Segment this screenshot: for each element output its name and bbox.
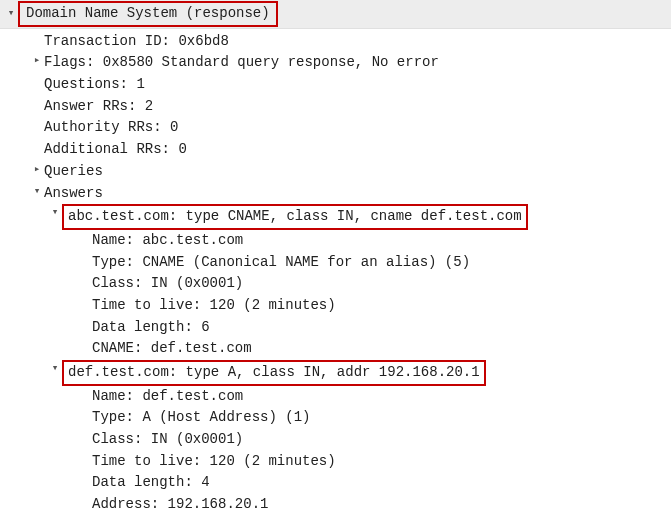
- answer-field-value[interactable]: ▾ Address: 192.168.20.1: [0, 494, 671, 510]
- answer-field-type[interactable]: ▾ Type: A (Host Address) (1): [0, 407, 671, 429]
- chevron-down-icon: ▾: [4, 5, 18, 22]
- spacer: ▾: [30, 117, 44, 134]
- field-queries[interactable]: ▸ Queries: [0, 161, 671, 183]
- field-text: Flags: 0x8580 Standard query response, N…: [44, 52, 439, 74]
- spacer: ▾: [30, 96, 44, 113]
- spacer: ▾: [30, 31, 44, 48]
- field-text: Transaction ID: 0x6bd8: [44, 31, 229, 53]
- spacer: ▾: [78, 230, 92, 247]
- field-authority-rrs[interactable]: ▾ Authority RRs: 0: [0, 117, 671, 139]
- chevron-right-icon[interactable]: ▸: [30, 52, 44, 69]
- field-text: Name: abc.test.com: [92, 230, 243, 252]
- field-text: Class: IN (0x0001): [92, 273, 243, 295]
- field-text: Time to live: 120 (2 minutes): [92, 295, 336, 317]
- chevron-down-icon[interactable]: ▾: [48, 360, 62, 377]
- spacer: ▾: [78, 407, 92, 424]
- answer-summary: abc.test.com: type CNAME, class IN, cnam…: [62, 204, 528, 230]
- field-text: Name: def.test.com: [92, 386, 243, 408]
- answer-field-data-length[interactable]: ▾ Data length: 4: [0, 472, 671, 494]
- spacer: ▾: [30, 139, 44, 156]
- field-additional-rrs[interactable]: ▾ Additional RRs: 0: [0, 139, 671, 161]
- spacer: ▾: [78, 451, 92, 468]
- field-text: Questions: 1: [44, 74, 145, 96]
- field-text: Data length: 4: [92, 472, 210, 494]
- field-text: Answers: [44, 183, 103, 205]
- spacer: ▾: [78, 252, 92, 269]
- dns-root-label: Domain Name System (response): [18, 1, 278, 27]
- field-text: Type: A (Host Address) (1): [92, 407, 310, 429]
- answer-field-data-length[interactable]: ▾ Data length: 6: [0, 317, 671, 339]
- chevron-right-icon[interactable]: ▸: [30, 161, 44, 178]
- answer-field-ttl[interactable]: ▾ Time to live: 120 (2 minutes): [0, 451, 671, 473]
- field-answer-rrs[interactable]: ▾ Answer RRs: 2: [0, 96, 671, 118]
- spacer: ▾: [30, 74, 44, 91]
- spacer: ▾: [78, 472, 92, 489]
- field-transaction-id[interactable]: ▾ Transaction ID: 0x6bd8: [0, 31, 671, 53]
- field-text: Address: 192.168.20.1: [92, 494, 268, 510]
- answer-field-type[interactable]: ▾ Type: CNAME (Canonical NAME for an ali…: [0, 252, 671, 274]
- answer-field-ttl[interactable]: ▾ Time to live: 120 (2 minutes): [0, 295, 671, 317]
- answer-field-name[interactable]: ▾ Name: def.test.com: [0, 386, 671, 408]
- spacer: ▾: [78, 338, 92, 355]
- answer-row[interactable]: ▾ def.test.com: type A, class IN, addr 1…: [0, 360, 671, 386]
- spacer: ▾: [78, 295, 92, 312]
- field-text: Type: CNAME (Canonical NAME for an alias…: [92, 252, 470, 274]
- answer-row[interactable]: ▾ abc.test.com: type CNAME, class IN, cn…: [0, 204, 671, 230]
- field-text: Time to live: 120 (2 minutes): [92, 451, 336, 473]
- answer-summary: def.test.com: type A, class IN, addr 192…: [62, 360, 486, 386]
- field-questions[interactable]: ▾ Questions: 1: [0, 74, 671, 96]
- field-text: Answer RRs: 2: [44, 96, 153, 118]
- field-text: Additional RRs: 0: [44, 139, 187, 161]
- field-text: Queries: [44, 161, 103, 183]
- field-text: Class: IN (0x0001): [92, 429, 243, 451]
- dns-tree: ▾ Transaction ID: 0x6bd8 ▸ Flags: 0x8580…: [0, 29, 671, 510]
- answer-field-name[interactable]: ▾ Name: abc.test.com: [0, 230, 671, 252]
- spacer: ▾: [78, 494, 92, 510]
- field-flags[interactable]: ▸ Flags: 0x8580 Standard query response,…: [0, 52, 671, 74]
- dns-root-row[interactable]: ▾ Domain Name System (response): [0, 0, 671, 29]
- field-answers[interactable]: ▾ Answers: [0, 183, 671, 205]
- spacer: ▾: [78, 429, 92, 446]
- answer-field-value[interactable]: ▾ CNAME: def.test.com: [0, 338, 671, 360]
- field-text: CNAME: def.test.com: [92, 338, 252, 360]
- field-text: Data length: 6: [92, 317, 210, 339]
- chevron-down-icon[interactable]: ▾: [48, 204, 62, 221]
- answer-field-class[interactable]: ▾ Class: IN (0x0001): [0, 429, 671, 451]
- spacer: ▾: [78, 317, 92, 334]
- field-text: Authority RRs: 0: [44, 117, 178, 139]
- spacer: ▾: [78, 273, 92, 290]
- answer-field-class[interactable]: ▾ Class: IN (0x0001): [0, 273, 671, 295]
- spacer: ▾: [78, 386, 92, 403]
- chevron-down-icon[interactable]: ▾: [30, 183, 44, 200]
